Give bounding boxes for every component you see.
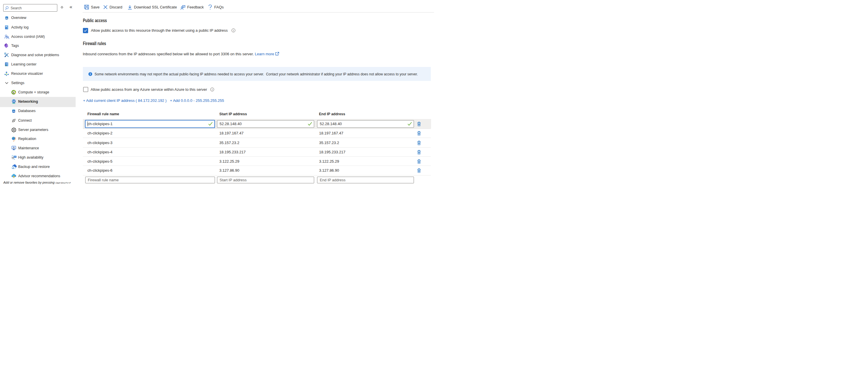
svg-text:My: My <box>5 18 8 19</box>
svg-text:DB: DB <box>12 111 15 112</box>
svg-text:101: 101 <box>5 63 7 65</box>
svg-text:$: $ <box>13 91 14 94</box>
